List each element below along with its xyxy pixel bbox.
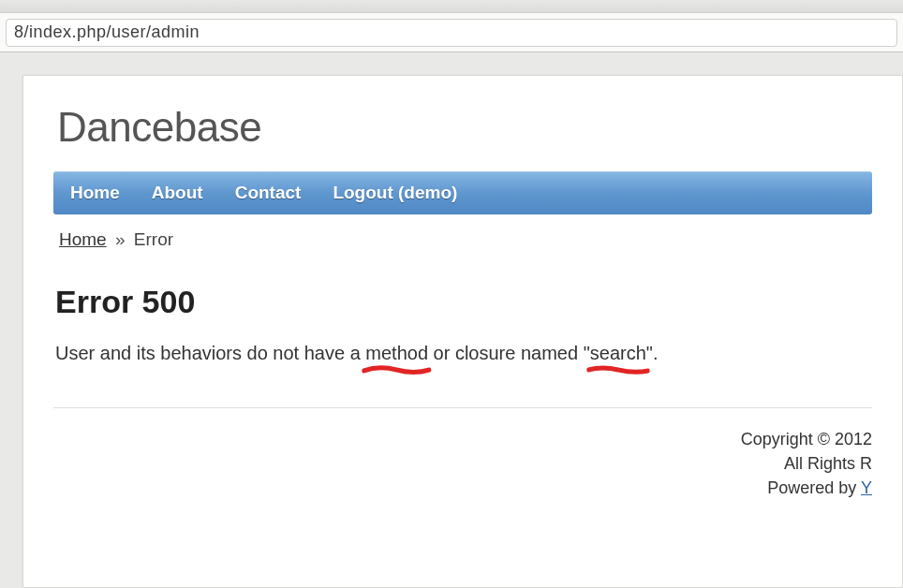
error-heading: Error 500 bbox=[55, 284, 872, 320]
breadcrumb-current: Error bbox=[134, 229, 173, 249]
breadcrumb-home-link[interactable]: Home bbox=[59, 229, 107, 249]
annotated-word-search-text: search bbox=[590, 343, 646, 363]
footer-powered-link[interactable]: Y bbox=[861, 478, 872, 497]
annotated-word-method: method bbox=[365, 343, 428, 364]
error-msg-pre: User and its behaviors do not have a bbox=[55, 343, 365, 363]
footer-copyright: Copyright © 2012 bbox=[53, 427, 872, 451]
red-underline-icon bbox=[586, 364, 650, 377]
footer-rights: All Rights R bbox=[53, 451, 872, 476]
footer-powered: Powered by Y bbox=[53, 476, 872, 500]
red-underline-icon bbox=[362, 364, 432, 377]
error-message: User and its behaviors do not have a met… bbox=[55, 343, 658, 364]
site-title: Dancebase bbox=[57, 104, 872, 151]
footer: Copyright © 2012 All Rights R Powered by… bbox=[53, 427, 872, 500]
page-card: Dancebase Home About Contact Logout (dem… bbox=[22, 75, 903, 588]
nav-logout[interactable]: Logout (demo) bbox=[333, 183, 457, 203]
url-text: 8/index.php/user/admin bbox=[14, 22, 200, 42]
error-msg-post: ". bbox=[646, 343, 659, 363]
address-bar[interactable]: 8/index.php/user/admin bbox=[6, 19, 897, 47]
breadcrumb: Home » Error bbox=[59, 229, 872, 250]
browser-top-chrome bbox=[0, 0, 903, 13]
nav-about[interactable]: About bbox=[152, 183, 203, 203]
annotated-word-method-text: method bbox=[365, 343, 428, 363]
error-msg-mid: or closure named " bbox=[428, 343, 590, 363]
viewport: Dancebase Home About Contact Logout (dem… bbox=[0, 52, 903, 588]
divider bbox=[53, 407, 872, 408]
nav-home[interactable]: Home bbox=[70, 183, 120, 203]
annotated-word-search: search bbox=[590, 343, 646, 364]
footer-powered-pre: Powered by bbox=[767, 478, 861, 497]
nav-contact[interactable]: Contact bbox=[235, 183, 302, 203]
main-nav: Home About Contact Logout (demo) bbox=[53, 171, 872, 214]
address-bar-row: 8/index.php/user/admin bbox=[0, 13, 903, 52]
breadcrumb-sep: » bbox=[115, 229, 126, 249]
